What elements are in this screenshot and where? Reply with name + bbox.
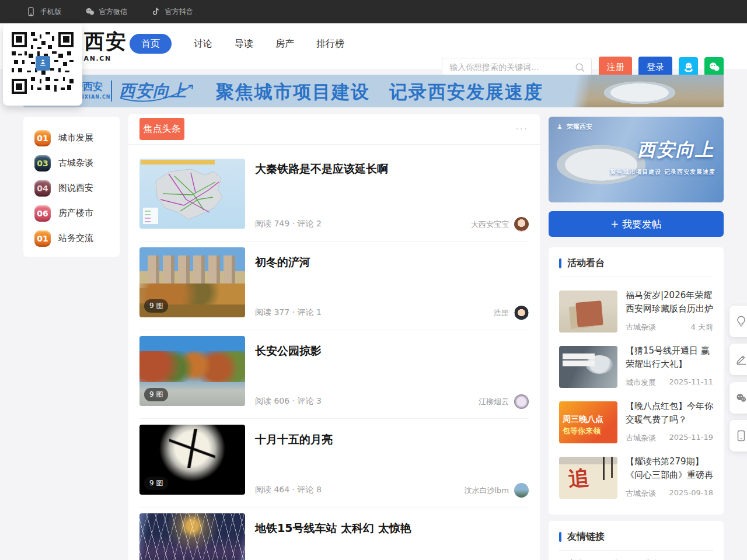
brush-graphic [603,457,605,480]
feed-more-button[interactable]: ··· [516,124,528,135]
nav-tab-home[interactable]: 首页 [130,34,172,54]
article-title[interactable]: 大秦铁路是不是应该延长啊 [255,161,453,177]
right-banner-logo-text: 荣耀西安 [567,123,592,131]
new-post-button[interactable]: + 我要发帖 [549,211,724,237]
category-item-house[interactable]: 06 房产楼市 [23,201,120,226]
article-title[interactable]: 地铁15号线车站 太科幻 太惊艳 [255,520,453,536]
links-header: 友情链接 [549,521,724,550]
feed-tab-hot[interactable]: 焦点头条 [139,118,184,140]
tool-mobile-button[interactable] [729,420,747,452]
thumb-text-line2: 包等你来领 [563,426,601,436]
tool-feedback-button[interactable] [729,306,747,337]
right-promo-banner[interactable]: 荣耀西安 西安向上 聚焦城市项目建设 记录西安发展速度 [549,117,724,202]
category-item-site[interactable]: 01 站务交流 [23,226,120,251]
topbar-wechat-link[interactable]: 官方微信 [85,6,127,17]
article-thumb[interactable] [139,513,245,560]
activity-item-title[interactable]: 【猜15号线开通日 赢荣耀出行大礼】 [626,344,713,371]
topbar-douyin-label: 官方抖音 [165,7,193,17]
article-title[interactable]: 初冬的浐河 [255,254,453,270]
divider [559,550,713,551]
article-title[interactable]: 长安公园掠影 [255,343,453,359]
links-title: 友情链接 [567,531,605,543]
category-badge: 01 [34,130,51,146]
nav-tab-property[interactable]: 房产 [275,34,294,54]
article-author[interactable]: 汶水白沙lbm [464,483,529,498]
nav-tab-guide[interactable]: 导读 [235,34,253,54]
category-card: 01 城市发展 03 古城杂谈 04 图说西安 06 房产楼市 01 站务交流 [23,117,120,257]
activity-item[interactable]: 周三晚八点 包等你来领 【晚八点红包】今年你交暖气费了吗？ 古城杂谈 2025-… [559,401,713,443]
site-header: 荣耀西安 WWW.IXIAN.CN 首页 讨论 导读 房产 排行榜 注册 登录 [0,23,747,69]
activity-item[interactable]: 追 【耀读书第279期】《问心三部曲》重磅再版 古城杂谈 2025-09-18 [559,457,713,499]
activity-item-meta: 古城杂谈 2025-09-18 [626,488,713,499]
activity-date: 2025-09-18 [669,488,713,499]
wechat-icon [735,391,747,404]
activity-thumb[interactable]: 追 [559,457,617,499]
map-label-strip [141,160,215,164]
article-author[interactable]: 大西安宝宝 [471,217,529,232]
author-name: 大西安宝宝 [471,219,509,230]
activity-item-meta: 古城杂谈 4 天前 [626,322,713,332]
tool-wechat-button[interactable] [729,382,747,414]
article-thumb[interactable] [139,159,245,229]
douyin-icon [151,6,161,17]
search-box [442,58,592,76]
wechat-login-button[interactable] [704,57,724,76]
category-item-photo[interactable]: 04 图说西安 [23,176,120,201]
search-input[interactable] [442,58,591,76]
category-badge: 04 [34,180,51,197]
main-nav: 首页 讨论 导读 房产 排行榜 [130,34,344,54]
avatar [514,394,529,409]
lightbulb-icon [735,315,747,328]
author-name: 汶水白沙lbm [464,485,509,496]
activity-title: 活动看台 [567,257,605,270]
activity-item-title[interactable]: 【晚八点红包】今年你交暖气费了吗？ [626,400,713,426]
activity-category[interactable]: 古城杂谈 [626,433,656,443]
category-item-chat[interactable]: 03 古城杂谈 [23,150,120,176]
category-badge: 06 [34,205,51,222]
avatar [514,306,529,320]
nav-tab-discuss[interactable]: 讨论 [194,34,212,54]
article-row: 地铁15号线车站 太科幻 太惊艳 [139,508,529,560]
activity-item-meta: 城市发展 2025-11-11 [626,377,713,388]
topbar-wechat-label: 官方微信 [99,7,127,17]
category-label: 站务交流 [58,233,93,244]
text-chip-graphic [563,354,595,359]
article-thumb[interactable]: 9 图 [139,336,245,406]
category-item-city[interactable]: 01 城市发展 [23,125,120,150]
china-map-graphic [139,159,245,229]
article-thumb[interactable]: 9 图 [139,247,245,317]
article-meta: 阅读 749 · 评论 2 [255,219,322,229]
article-thumb[interactable]: 9 图 [139,425,245,495]
avatar [514,217,529,232]
activity-header: 活动看台 [549,247,724,276]
article-meta: 阅读 606 · 评论 3 [255,396,322,407]
activity-category[interactable]: 古城杂谈 [626,488,656,499]
right-banner-logo: 荣耀西安 [556,123,592,131]
article-author[interactable]: 江柳烟云 [479,394,529,409]
activity-thumb[interactable]: 周三晚八点 包等你来领 [559,401,617,443]
feed-card: 焦点头条 ··· 大秦铁路是不是应该延长啊 阅读 749 · 评论 2 大西安宝… [128,114,540,560]
qq-icon [682,61,695,74]
activity-item-title[interactable]: 【耀读书第279期】《问心三部曲》重磅再版 [626,455,713,482]
article-author[interactable]: 浩罡 [494,306,529,320]
qq-login-button[interactable] [679,57,698,76]
activity-thumb[interactable] [559,290,617,332]
activity-item-title[interactable]: 福马贺岁|2026年荣耀西安网珍藏版台历出炉 [626,289,713,316]
category-badge: 01 [34,230,51,247]
banner-photo [571,75,724,107]
search-icon[interactable] [574,62,586,74]
activity-thumb[interactable] [559,346,617,388]
activity-category[interactable]: 城市发展 [626,377,656,388]
article-title[interactable]: 十月十五的月亮 [255,432,453,447]
activity-category[interactable]: 古城杂谈 [626,322,656,332]
activity-item[interactable]: 福马贺岁|2026年荣耀西安网珍藏版台历出炉 古城杂谈 4 天前 [559,290,713,332]
topbar-mobile-link[interactable]: 手机版 [26,6,61,17]
tool-write-post-button[interactable] [729,344,747,375]
promo-banner[interactable]: 荣耀西安 WWW.IXIAN.CN 西安向上 聚焦城市项目建设 记录西安发展速度 [23,75,724,107]
trees-graphic [139,351,245,382]
nav-tab-ranking[interactable]: 排行榜 [316,34,344,54]
topbar-douyin-link[interactable]: 官方抖音 [151,6,193,17]
activity-item[interactable]: 【猜15号线开通日 赢荣耀出行大礼】 城市发展 2025-11-11 [559,346,713,388]
article-meta: 阅读 464 · 评论 8 [255,485,322,495]
thumb-text-line1: 周三晚八点 [563,414,603,425]
